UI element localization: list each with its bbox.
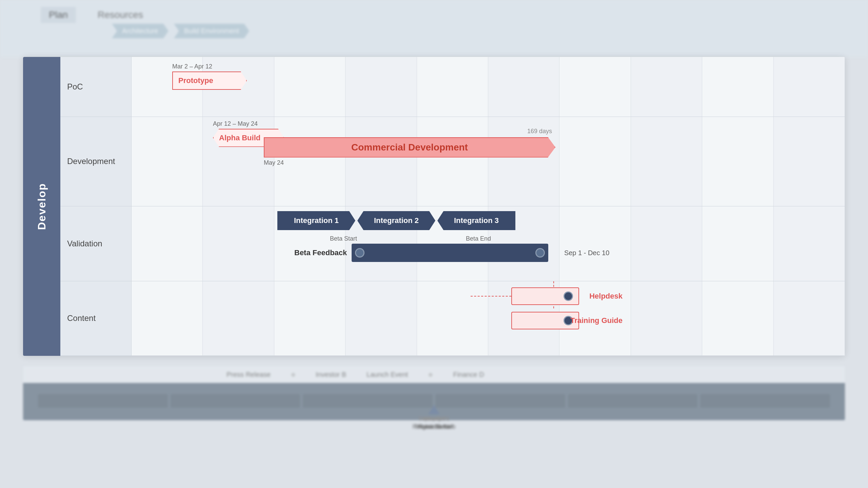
prototype-bar[interactable]: Prototype <box>172 72 247 90</box>
integration-1-label: Integration 1 <box>294 216 339 225</box>
task-architecture: Architecture <box>112 24 169 38</box>
task-build-env: Build Environment <box>174 24 249 38</box>
row-labels: PoC Development Validation Content <box>60 57 132 356</box>
commercial-end: Jan 15 <box>558 143 579 151</box>
chart-row-development: Apr 12 – May 24 Alpha Build 169 days Com… <box>132 117 845 206</box>
beta-wrapper: Beta Start Beta End Beta Feedback Sep 1 … <box>294 235 548 262</box>
row-label-poc: PoC <box>60 57 131 117</box>
integration-2-label: Integration 2 <box>374 216 419 225</box>
chart-row-validation: Integration 1 Integration 2 Integration … <box>132 206 845 281</box>
alpha-label: Alpha Build <box>219 134 260 142</box>
chart-rows: Mar 2 – Apr 12 Prototype Apr 12 – May 24… <box>132 57 845 356</box>
beta-end-label: Beta End <box>393 235 491 242</box>
tab-resources[interactable]: Resources <box>90 7 151 23</box>
integration-3-label: Integration 3 <box>454 216 499 225</box>
beta-bar[interactable]: Sep 1 - Dec 10 <box>352 244 548 262</box>
chart-area: Mar 2 – Apr 12 Prototype Apr 12 – May 24… <box>132 57 845 356</box>
training-wrapper: Training Guide <box>511 312 579 329</box>
helpdesk-wrapper: Helpdesk <box>511 287 579 305</box>
chart-row-content: Helpdesk Training Guide <box>132 281 845 356</box>
commercial-start: May 24 <box>264 159 284 166</box>
helpdesk-dot <box>564 291 573 301</box>
top-tasks: Architecture Build Environment <box>112 24 249 38</box>
top-tab-bar: Plan Resources <box>41 7 151 23</box>
event-finance: Finance D <box>453 371 484 379</box>
commercial-label: Commercial Development <box>351 142 468 153</box>
row-label-development: Development <box>60 117 131 206</box>
beta-start-dot <box>355 248 364 258</box>
beta-end-dot <box>535 248 545 258</box>
bottom-section: 2025 2026 January 6 Project Kickoff May … <box>0 352 868 488</box>
dashed-h-1 <box>471 296 511 297</box>
event-press-release: Press Release <box>226 371 271 379</box>
helpdesk-bar[interactable]: Helpdesk <box>511 287 579 305</box>
gantt-chart: Develop PoC Development Validation Conte… <box>23 57 845 356</box>
event-investor: Investor B <box>316 371 346 379</box>
tab-plan[interactable]: Plan <box>41 7 76 23</box>
chart-row-poc: Mar 2 – Apr 12 Prototype <box>132 57 845 117</box>
helpdesk-label: Helpdesk <box>589 292 623 301</box>
integration-3-bar[interactable]: Integration 3 <box>437 211 515 230</box>
prototype-label: Prototype <box>178 76 213 85</box>
integration-1-bar[interactable]: Integration 1 <box>277 211 355 230</box>
beta-text-label: Beta Feedback <box>294 248 347 257</box>
alpha-date: Apr 12 – May 24 <box>213 120 284 127</box>
milestone-release: February 19 Release to Web <box>412 405 456 430</box>
release-name: Release to Web <box>412 423 456 430</box>
sidebar-label: Develop <box>36 183 48 230</box>
integrations-group: Integration 1 Integration 2 Integration … <box>277 211 515 230</box>
integration-2-bar[interactable]: Integration 2 <box>357 211 435 230</box>
beta-date-range: Sep 1 - Dec 10 <box>564 249 609 257</box>
prototype-wrapper: Mar 2 – Apr 12 Prototype <box>172 63 247 90</box>
commercial-days: 169 days <box>527 128 552 135</box>
row-label-content: Content <box>60 281 131 356</box>
release-triangle <box>429 405 439 414</box>
release-date: February 19 <box>419 416 449 422</box>
training-bar[interactable]: Training Guide <box>511 312 579 329</box>
gantt-sidebar: Develop <box>23 57 60 356</box>
training-label: Training Guide <box>570 316 623 325</box>
prototype-date: Mar 2 – Apr 12 <box>172 63 247 70</box>
commercial-bar[interactable]: Commercial Development Jan 15 <box>264 137 555 158</box>
event-launch: Launch Event <box>367 371 408 379</box>
bottom-label-bar: Press Release ⊕ Investor B Launch Event … <box>23 366 845 383</box>
commercial-wrapper: 169 days Commercial Development Jan 15 M… <box>264 137 555 158</box>
beta-start-label: Beta Start <box>294 235 393 242</box>
row-label-validation: Validation <box>60 206 131 281</box>
page-wrapper: Plan Resources Architecture Build Enviro… <box>0 0 868 488</box>
